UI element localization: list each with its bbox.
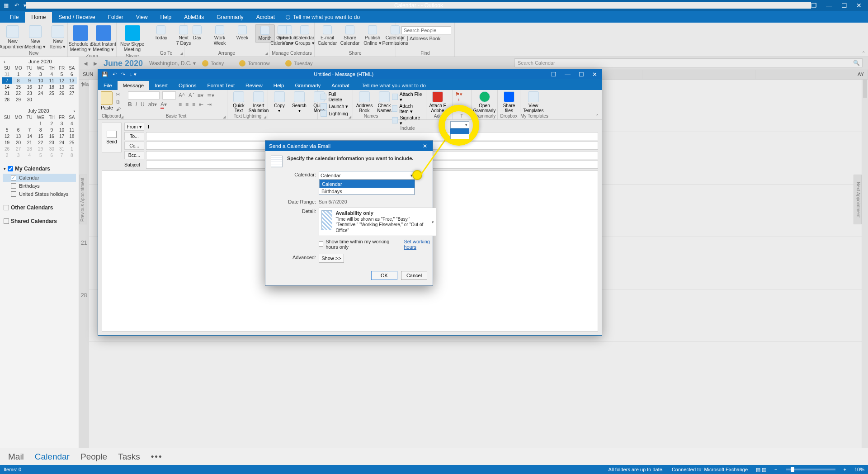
signature-button[interactable]: Signature ▾ (392, 115, 423, 126)
attach-file-button[interactable]: Attach File ▾ (392, 91, 423, 102)
my-calendars-group[interactable]: ▾My Calendars (3, 164, 76, 174)
msg-close-icon[interactable]: ✕ (592, 71, 597, 78)
share-calendar-button[interactable]: Share Calendar (340, 24, 360, 47)
align-left-button[interactable]: ≡ (179, 101, 182, 108)
followup-flag-icon[interactable]: ⚑▾ (455, 91, 462, 97)
arrange-week-button[interactable]: Week (232, 24, 252, 42)
msg-tab-format[interactable]: Format Text (202, 81, 241, 90)
full-delete-button[interactable]: Full Delete (321, 91, 350, 102)
advanced-show-button[interactable]: Show >> (319, 254, 344, 263)
msg-tab-review[interactable]: Review (240, 81, 268, 90)
send-button[interactable]: Send (102, 123, 122, 152)
bcc-button[interactable]: Bcc... (124, 151, 144, 159)
new-appointment-button[interactable]: New Appointment (3, 24, 23, 50)
indent-inc-button[interactable]: ⇥ (207, 101, 212, 108)
calendar-item-holidays[interactable]: United States holidays (3, 190, 76, 198)
arrange-day-button[interactable]: Day (187, 24, 207, 42)
msg-tab-file[interactable]: File (98, 81, 118, 90)
insert-salutation-button[interactable]: Insert Salutation (250, 91, 267, 113)
attach-item-button[interactable]: Attach Item ▾ (392, 103, 423, 114)
open-calendar-button[interactable]: Open Calendar ▾ (272, 24, 292, 47)
previous-appointment-tab[interactable]: Previous Appointment (79, 175, 87, 224)
new-meeting-button[interactable]: New Meeting ▾ (25, 24, 45, 50)
zoom-schedule-button[interactable]: Schedule a Meeting ▾ (71, 24, 90, 53)
high-importance-icon[interactable]: ! (458, 98, 460, 103)
cut-icon[interactable]: ✂ (116, 91, 121, 98)
numbering-icon[interactable]: ≣▾ (207, 92, 214, 99)
today-button[interactable]: Today (151, 24, 171, 42)
save-icon[interactable]: 💾 (102, 71, 108, 77)
dropbox-share-button[interactable]: Share files (500, 91, 518, 113)
nav-mail[interactable]: Mail (8, 452, 24, 462)
font-color-button[interactable]: A▾ (160, 101, 167, 108)
view-icons[interactable]: ▤ ▥ (756, 467, 766, 473)
msg-tab-options[interactable]: Options (173, 81, 202, 90)
grow-font-icon[interactable]: A^ (179, 92, 185, 99)
msg-popout-icon[interactable]: ❐ (551, 71, 557, 78)
qat-undo-icon[interactable]: ↶ (14, 2, 19, 9)
quick-text-button[interactable]: Quick Text (230, 91, 247, 113)
calendar-item-calendar[interactable]: Calendar (3, 174, 76, 182)
font-size-select[interactable] (162, 91, 176, 100)
tab-grammarly[interactable]: Grammarly (210, 12, 250, 23)
skype-meeting-button[interactable]: New Skype Meeting (119, 24, 145, 53)
undo-icon[interactable]: ↶ (113, 71, 117, 77)
ok-button[interactable]: OK (371, 271, 397, 280)
tab-ablebits[interactable]: AbleBits (178, 12, 210, 23)
msg-minimize-icon[interactable]: — (565, 71, 571, 78)
close-icon[interactable]: ✕ (856, 2, 862, 9)
bullets-icon[interactable]: ≡▾ (198, 92, 203, 99)
qat-more-icon[interactable]: ↓ ▾ (130, 71, 137, 77)
msg-maximize-icon[interactable]: ☐ (579, 71, 584, 78)
align-right-button[interactable]: ≡ (192, 101, 195, 108)
set-working-hours-link[interactable]: Set working hours (404, 239, 437, 250)
copy-icon[interactable]: ⧉ (116, 99, 121, 105)
ql-search-button[interactable]: Search ▾ (291, 91, 308, 113)
cancel-button[interactable]: Cancel (401, 271, 427, 280)
launch-button[interactable]: Launch ▾ (321, 103, 350, 109)
msg-tab-help[interactable]: Help (268, 81, 290, 90)
mini-calendar-june[interactable]: ‹June 2020 SUMOTUWETHFRSA311234567891011… (0, 57, 79, 106)
address-book-button[interactable]: Address Book (401, 36, 451, 41)
indent-dec-button[interactable]: ⇤ (199, 101, 203, 108)
dialog-close-icon[interactable]: ✕ (420, 142, 430, 150)
calendar-select[interactable]: Calendar▾ (319, 171, 415, 180)
weather-location[interactable]: Washington, D.C. ▾ (149, 60, 196, 66)
tab-folder[interactable]: Folder (102, 12, 130, 23)
nav-tasks[interactable]: Tasks (118, 452, 140, 462)
cc-button[interactable]: Cc... (124, 142, 144, 150)
open-grammarly-button[interactable]: Open Grammarly (474, 91, 495, 113)
maximize-icon[interactable]: ☐ (841, 2, 847, 9)
scrollbar[interactable] (862, 80, 868, 448)
shrink-font-icon[interactable]: A˅ (189, 92, 195, 99)
bold-button[interactable]: B (128, 101, 132, 108)
dropdown-option-calendar[interactable]: Calendar (319, 180, 415, 188)
prev-month-icon[interactable]: ‹ (4, 59, 5, 64)
paste-button[interactable]: Paste (101, 91, 113, 110)
next-appointment-tab[interactable]: Next Appointment (854, 175, 862, 224)
highlight-button[interactable]: ab▾ (148, 101, 157, 108)
publish-online-button[interactable]: Publish Online ▾ (363, 24, 382, 47)
zoom-instant-button[interactable]: Start Instant Meeting ▾ (93, 24, 113, 53)
to-input[interactable] (146, 132, 598, 140)
to-button[interactable]: To... (124, 132, 144, 140)
format-painter-icon[interactable]: 🖌 (116, 106, 121, 112)
view-templates-button[interactable]: View Templates (523, 91, 544, 113)
nav-calendar[interactable]: Calendar (35, 452, 70, 462)
mini-calendar-july[interactable]: July 2020› SUMOTUWETHFRSA123456789101112… (0, 106, 79, 162)
cal-next-icon[interactable]: ▶ (94, 61, 97, 66)
msg-tab-insert[interactable]: Insert (149, 81, 173, 90)
msg-tab-acrobat[interactable]: Acrobat (326, 81, 355, 90)
working-hours-checkbox[interactable] (319, 242, 323, 247)
italic-button[interactable]: I (136, 101, 137, 108)
dropdown-option-birthdays[interactable]: Birthdays (319, 188, 414, 194)
tab-home[interactable]: Home (25, 12, 52, 23)
nav-people[interactable]: People (80, 452, 107, 462)
new-items-button[interactable]: New Items ▾ (48, 24, 68, 50)
search-icon[interactable]: 🔍 (853, 60, 860, 66)
other-calendars-group[interactable]: Other Calendars (3, 203, 76, 213)
underline-button[interactable]: U (141, 101, 145, 108)
next-month-icon[interactable]: › (73, 108, 75, 114)
tab-file[interactable]: File (4, 12, 25, 23)
collapse-msg-ribbon-icon[interactable]: ⌃ (595, 114, 599, 118)
